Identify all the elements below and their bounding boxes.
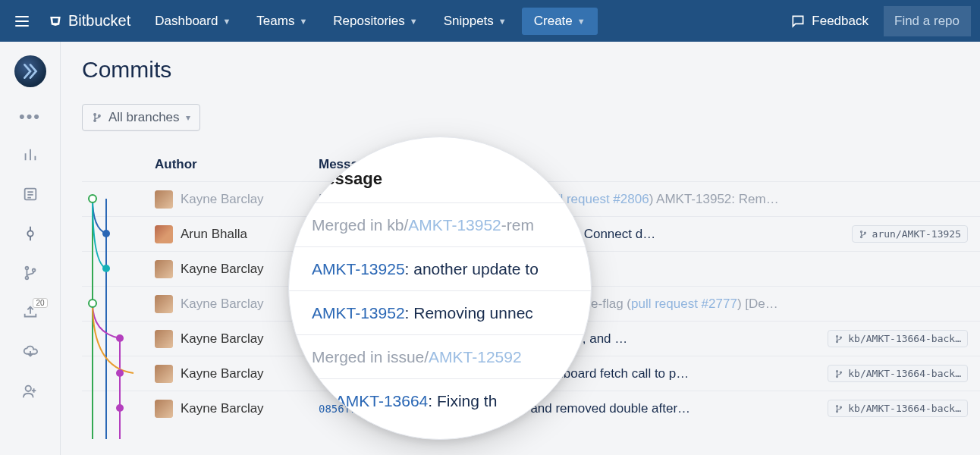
topbar: Bitbucket Dashboard▼ Teams▼ Repositories… — [0, 0, 980, 42]
repo-logo[interactable] — [14, 55, 46, 87]
chevron-down-icon: ▼ — [410, 17, 418, 26]
nav-repositories[interactable]: Repositories▼ — [322, 8, 428, 35]
svg-point-19 — [860, 231, 862, 232]
branch-icon — [92, 112, 102, 123]
svg-point-22 — [837, 335, 838, 337]
avatar — [155, 260, 173, 278]
svg-point-29 — [837, 410, 838, 412]
avatar — [155, 190, 173, 209]
chevron-down-icon: ▼ — [498, 17, 507, 26]
share-badge: 20 — [33, 298, 47, 308]
svg-point-7 — [94, 120, 96, 121]
chevron-down-icon: ▼ — [299, 17, 307, 26]
avatar — [155, 295, 173, 313]
sidebar-settings-icon[interactable] — [22, 383, 39, 403]
create-button[interactable]: Create▼ — [522, 8, 598, 35]
svg-point-26 — [837, 375, 838, 377]
sidebar: ••• 20 — [0, 42, 61, 455]
mag-row: Merged in issue/AMKT-12592 — [289, 334, 591, 378]
nav-snippets[interactable]: Snippets▼ — [433, 8, 517, 35]
svg-point-30 — [840, 406, 842, 408]
avatar — [155, 365, 173, 383]
bitbucket-icon — [49, 14, 62, 28]
svg-point-28 — [837, 405, 838, 406]
author-name: Kayne Barclay — [181, 366, 264, 381]
branch-tag[interactable]: arun/AMKT-13925 — [852, 225, 968, 243]
page-title: Commits — [82, 57, 980, 83]
sidebar-expand[interactable]: ••• — [19, 107, 41, 127]
svg-point-4 — [32, 269, 35, 272]
chevron-down-icon: ▼ — [222, 17, 231, 26]
search-input[interactable]: Find a repo — [884, 6, 971, 36]
header-author: Author — [155, 157, 319, 172]
svg-point-25 — [837, 370, 838, 372]
nav-teams[interactable]: Teams▼ — [246, 8, 318, 35]
branch-tag[interactable]: kb/AMKT-13664-back… — [828, 365, 968, 382]
svg-point-24 — [840, 337, 842, 338]
chat-icon — [790, 14, 806, 29]
svg-point-21 — [864, 232, 865, 234]
branch-tag[interactable]: kb/AMKT-13664-back… — [828, 400, 968, 417]
chevron-down-icon: ▼ — [577, 17, 586, 26]
branch-tag[interactable]: kb/AMKT-13664-back… — [828, 330, 968, 347]
svg-point-3 — [25, 277, 28, 280]
menu-toggle-icon[interactable] — [9, 10, 35, 33]
author-name: Kayne Barclay — [181, 297, 264, 312]
sidebar-commits-icon[interactable] — [22, 225, 39, 245]
branch-selector[interactable]: All branches ▾ — [82, 104, 200, 131]
svg-point-27 — [840, 372, 842, 373]
sidebar-share-icon[interactable]: 20 — [22, 304, 39, 324]
svg-point-5 — [25, 386, 30, 391]
mag-row: AMKT-13925: another update to — [289, 246, 591, 290]
svg-point-1 — [27, 231, 33, 236]
author-name: Kayne Barclay — [181, 262, 264, 277]
author-name: Kayne Barclay — [181, 401, 264, 416]
author-name: Arun Bhalla — [181, 227, 247, 242]
author-name: Kayne Barclay — [181, 331, 264, 347]
sidebar-branches-icon[interactable] — [22, 265, 39, 284]
author-name: Kayne Barclay — [181, 192, 264, 207]
avatar — [155, 400, 173, 418]
svg-point-20 — [860, 236, 862, 237]
sidebar-source-icon[interactable] — [22, 186, 39, 206]
avatar — [155, 225, 173, 243]
avatar — [155, 330, 173, 348]
brand-logo[interactable]: Bitbucket — [39, 12, 140, 30]
sidebar-overview-icon[interactable] — [22, 146, 39, 166]
svg-point-8 — [99, 115, 100, 117]
sidebar-downloads-icon[interactable] — [22, 344, 39, 363]
mag-row: AMKT-13952: Removing unnec — [289, 290, 591, 334]
nav-dashboard[interactable]: Dashboard▼ — [144, 8, 241, 35]
svg-point-23 — [837, 340, 838, 342]
brand-text: Bitbucket — [68, 12, 130, 30]
svg-point-6 — [94, 114, 96, 115]
mag-row: Merged in kb/AMKT-13952-rem — [289, 202, 591, 246]
chevron-down-icon: ▾ — [186, 112, 190, 123]
magnifier-lens: Message Merged in kb/AMKT-13952-remAMKT-… — [288, 136, 592, 440]
svg-point-2 — [25, 267, 28, 270]
feedback-link[interactable]: Feedback — [780, 8, 879, 35]
